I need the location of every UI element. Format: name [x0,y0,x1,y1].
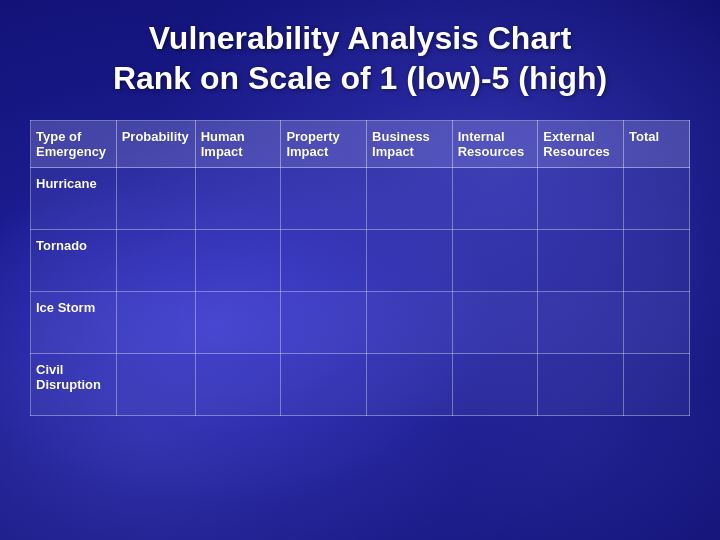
cell-external [538,168,624,230]
cell-external [538,230,624,292]
table-row: Ice Storm [31,292,690,354]
cell-property [281,168,367,230]
col-header-human: Human Impact [195,121,281,168]
cell-type: Civil Disruption [31,354,117,416]
cell-human [195,230,281,292]
col-header-probability: Probability [116,121,195,168]
cell-internal [452,168,538,230]
cell-human [195,292,281,354]
cell-property [281,292,367,354]
col-header-type: Type of Emergency [31,121,117,168]
table-row: Civil Disruption [31,354,690,416]
col-header-property: Property Impact [281,121,367,168]
cell-external [538,292,624,354]
cell-property [281,354,367,416]
cell-type: Tornado [31,230,117,292]
cell-type: Ice Storm [31,292,117,354]
cell-total [624,168,690,230]
cell-property [281,230,367,292]
cell-total [624,354,690,416]
cell-total [624,292,690,354]
cell-business [367,168,453,230]
cell-internal [452,230,538,292]
cell-probability [116,292,195,354]
cell-total [624,230,690,292]
cell-business [367,230,453,292]
cell-business [367,292,453,354]
vulnerability-table: Type of Emergency Probability Human Impa… [30,120,690,416]
cell-external [538,354,624,416]
cell-internal [452,354,538,416]
col-header-business: Business Impact [367,121,453,168]
table-row: Hurricane [31,168,690,230]
table-body: Hurricane Tornado Ice Storm [31,168,690,416]
main-content: Vulnerability Analysis Chart Rank on Sca… [0,0,720,436]
cell-internal [452,292,538,354]
table-header: Type of Emergency Probability Human Impa… [31,121,690,168]
table-row: Tornado [31,230,690,292]
cell-probability [116,354,195,416]
cell-human [195,168,281,230]
cell-probability [116,168,195,230]
cell-human [195,354,281,416]
cell-probability [116,230,195,292]
col-header-external: External Resources [538,121,624,168]
cell-type: Hurricane [31,168,117,230]
col-header-internal: Internal Resources [452,121,538,168]
cell-business [367,354,453,416]
col-header-total: Total [624,121,690,168]
page-title: Vulnerability Analysis Chart Rank on Sca… [30,18,690,98]
